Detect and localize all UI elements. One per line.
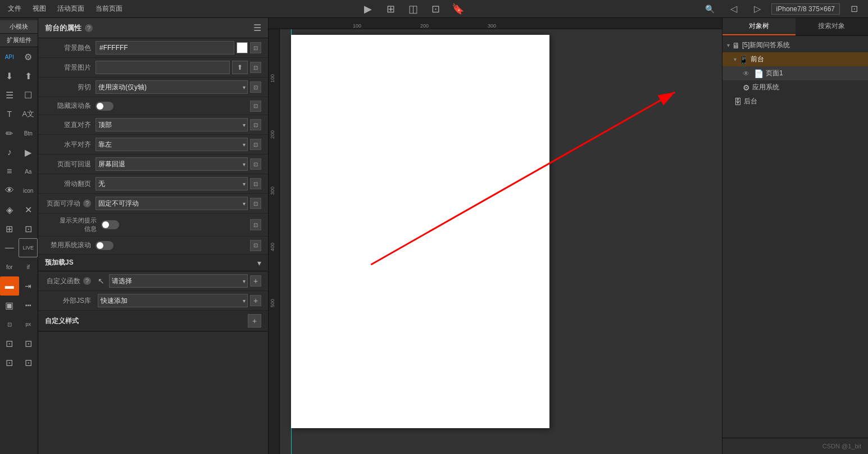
bg-color-input[interactable] [96,41,234,55]
sidebar-icon-api[interactable]: API [0,47,19,66]
hide-scrollbar-copy-btn[interactable]: ⊡ [250,101,261,112]
bg-color-swatch[interactable] [237,42,248,53]
sidebar-icon-widget5[interactable]: ⊡ [0,334,19,353]
float-copy-btn[interactable]: ⊡ [250,198,261,209]
sidebar-icon-upload[interactable]: ⬆ [19,66,38,85]
sidebar-icon-list[interactable]: ☰ [0,85,19,105]
right-panel: 对象树 搜索对象 ▾ 🖥 [5]新闻问答系统 ▾ 📱 前台 👁 📄 页面1 [722,18,868,454]
prop-clip-control: 使用滚动(仅y轴) ⊡ [96,80,261,94]
nav-next-icon[interactable]: ▷ [748,0,767,19]
v-align-copy-btn[interactable]: ⊡ [250,119,261,130]
preload-js-section[interactable]: 预加载JS ▾ [38,255,268,271]
server-icon: 🗄 [734,97,742,106]
bg-image-upload-btn[interactable]: ⬆ [232,61,248,74]
sidebar-icon-gear[interactable]: ⚙ [19,47,38,66]
v-align-select[interactable]: 顶部 [96,118,248,131]
disable-scroll-toggle[interactable] [96,241,113,250]
close-hint-copy-btn[interactable]: ⊡ [250,219,261,230]
sidebar-icon-if[interactable]: if [19,257,38,276]
back-select[interactable]: 屏幕回退 [96,157,248,171]
sidebar-icon-pencil[interactable]: ✏ [0,124,19,143]
h-align-select[interactable]: 靠左 [96,138,248,151]
sidebar-icon-tab[interactable]: ⇥ [19,276,38,296]
bg-image-input[interactable] [96,61,230,74]
toolbar-icon-2[interactable]: ⊞ [381,0,400,19]
custom-style-section[interactable]: 自定义样式 + [38,311,268,332]
toolbar-icon-1[interactable]: ▶ [358,0,378,19]
custom-func-add-btn[interactable]: + [250,275,261,287]
custom-func-help-icon[interactable]: ? [83,277,91,285]
custom-func-select[interactable]: 请选择 [109,274,248,288]
disable-scroll-copy-btn[interactable]: ⊡ [250,240,261,251]
clip-copy-btn[interactable]: ⊡ [250,81,261,93]
sidebar-icon-download[interactable]: ⬇ [0,66,19,85]
sidebar-icon-cross-box[interactable]: ◈ [0,200,19,219]
nav-prev-icon[interactable]: ◁ [724,0,743,19]
sidebar-icon-dash[interactable]: — [0,238,19,257]
menu-view[interactable]: 视图 [29,3,49,15]
search-icon[interactable]: 🔍 [701,0,720,19]
sidebar-icon-widget2[interactable]: ••• [19,296,38,315]
sidebar-icon-square[interactable]: ☐ [19,85,38,105]
sidebar-icon-live[interactable]: LIVE [19,238,38,257]
gear-icon-app: ⚙ [743,83,750,92]
toolbar-icon-5[interactable]: 🔖 [448,0,467,19]
sidebar-icon-btn[interactable]: Btn [19,124,38,143]
tree-item-app-system[interactable]: ⚙ 应用系统 [722,80,868,94]
tab-object-tree[interactable]: 对象树 [722,18,796,35]
toolbar-icon-4[interactable]: ⊡ [426,0,445,19]
sidebar-icon-music[interactable]: ♪ [0,143,19,162]
fullscreen-icon[interactable]: ⊡ [844,0,864,19]
back-copy-btn[interactable]: ⊡ [250,158,261,170]
swipe-select[interactable]: 无 [96,177,248,190]
bg-color-copy-btn[interactable]: ⊡ [250,42,261,53]
float-help-icon[interactable]: ? [83,199,91,207]
prop-float-control: 固定不可浮动 ⊡ [96,197,261,210]
sidebar-icon-widget3[interactable]: ⊡ [0,315,19,334]
sidebar-icon-table[interactable]: ≡ [0,162,19,181]
tree-item-backend[interactable]: 🗄 后台 [722,94,868,108]
close-hint-toggle[interactable] [101,220,119,229]
sidebar-icon-grid[interactable]: ⊞ [0,219,19,238]
sidebar-icon-page[interactable]: ▬ [0,276,19,296]
tree-item-system[interactable]: ▾ 🖥 [5]新闻问答系统 [722,38,868,52]
sidebar-icon-text-zh[interactable]: A文 [19,105,38,124]
menu-file[interactable]: 文件 [4,3,25,15]
sidebar-icon-text[interactable]: T [0,105,19,124]
external-lib-add-btn[interactable]: + [250,295,261,306]
sidebar-icon-icon[interactable]: icon [19,181,38,200]
menu-current-page[interactable]: 当前页面 [92,3,126,15]
props-help-icon[interactable]: ? [85,24,93,32]
sidebar-icon-widget6[interactable]: ⊡ [19,334,38,353]
custom-style-add-btn[interactable]: + [248,314,261,328]
sidebar-icon-eye[interactable]: 👁 [0,181,19,200]
custom-func-label: 自定义函数 ? [45,276,96,286]
props-menu-icon[interactable]: ☰ [253,22,261,33]
sidebar-icon-px[interactable]: px [19,315,38,334]
float-select[interactable]: 固定不可浮动 [96,197,248,210]
swipe-copy-btn[interactable]: ⊡ [250,178,261,189]
prop-clip: 剪切 使用滚动(仅y轴) ⊡ [38,78,268,97]
sidebar-icon-video[interactable]: ▶ [19,143,38,162]
menu-active-page[interactable]: 活动页面 [54,3,88,15]
tab-search-objects[interactable]: 搜索对象 [796,18,869,35]
external-lib-select[interactable]: 快速添加 [98,294,248,307]
sidebar-icon-aa[interactable]: Aa [19,162,38,181]
sidebar-icon-dots[interactable]: ⊡ [19,219,38,238]
tree-item-page1[interactable]: 👁 📄 页面1 [722,66,868,80]
module-label[interactable]: 小模块 [0,20,38,34]
h-align-copy-btn[interactable]: ⊡ [250,139,261,150]
canvas-phone-screen[interactable] [291,35,549,428]
eye-icon-page1[interactable]: 👁 [743,70,749,78]
sidebar-icon-for[interactable]: for [0,257,19,276]
sidebar-icon-widget1[interactable]: ▣ [0,296,19,315]
sidebar-icon-widget8[interactable]: ⊡ [19,353,38,372]
clip-select[interactable]: 使用滚动(仅y轴) [96,80,248,94]
sidebar-icon-widget7[interactable]: ⊡ [0,353,19,372]
hide-scrollbar-toggle[interactable] [96,102,113,111]
toolbar-icon-3[interactable]: ◫ [403,0,422,19]
ext-components-label[interactable]: 扩展组件 [0,34,38,47]
bg-image-copy-btn[interactable]: ⊡ [250,62,261,73]
sidebar-icon-x[interactable]: ✕ [19,200,38,219]
tree-item-frontend[interactable]: ▾ 📱 前台 [722,52,868,66]
